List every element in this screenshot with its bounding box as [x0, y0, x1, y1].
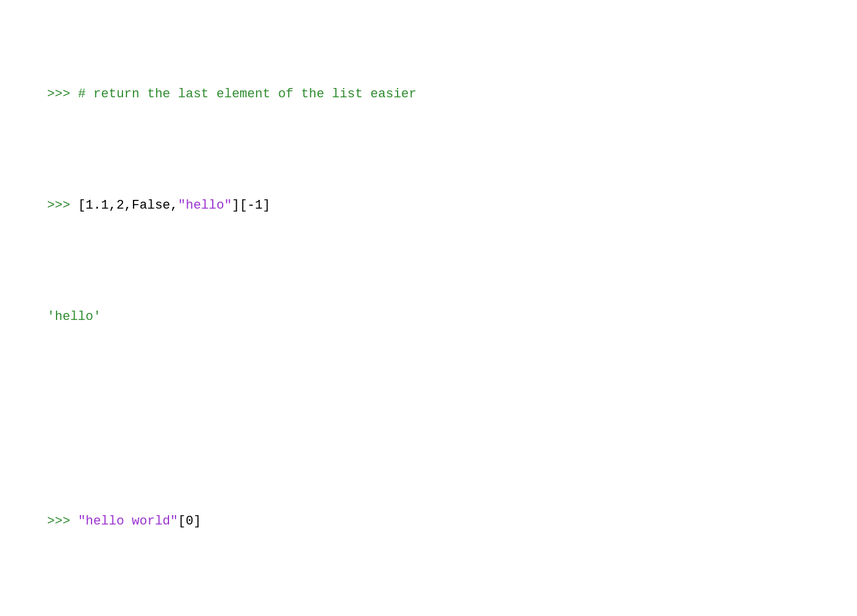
repl-line: >>> [1.1,2,False,"hello"][-1] — [16, 178, 841, 234]
code-text: [1.1,2,False, — [78, 198, 178, 213]
string-text: "hello" — [178, 198, 231, 213]
prompt-symbol: >>> — [47, 514, 78, 529]
comment-text: # return the last element of the list ea… — [78, 87, 417, 101]
repl-line: >>> # return the last element of the lis… — [16, 66, 841, 122]
prompt-symbol: >>> — [47, 198, 78, 213]
repl-output: >>> # return the last element of the lis… — [16, 10, 841, 616]
output-text: 'hello' — [47, 309, 101, 324]
repl-line: 'h' — [16, 606, 841, 617]
repl-line: >>> "hello world"[0] — [16, 494, 841, 550]
string-text: "hello world" — [78, 514, 178, 529]
code-text: ][-1] — [232, 198, 271, 213]
repl-line: 'hello' — [16, 289, 841, 345]
prompt-symbol: >>> — [47, 87, 78, 101]
code-text: [0] — [178, 514, 201, 529]
blank-line — [16, 401, 841, 420]
